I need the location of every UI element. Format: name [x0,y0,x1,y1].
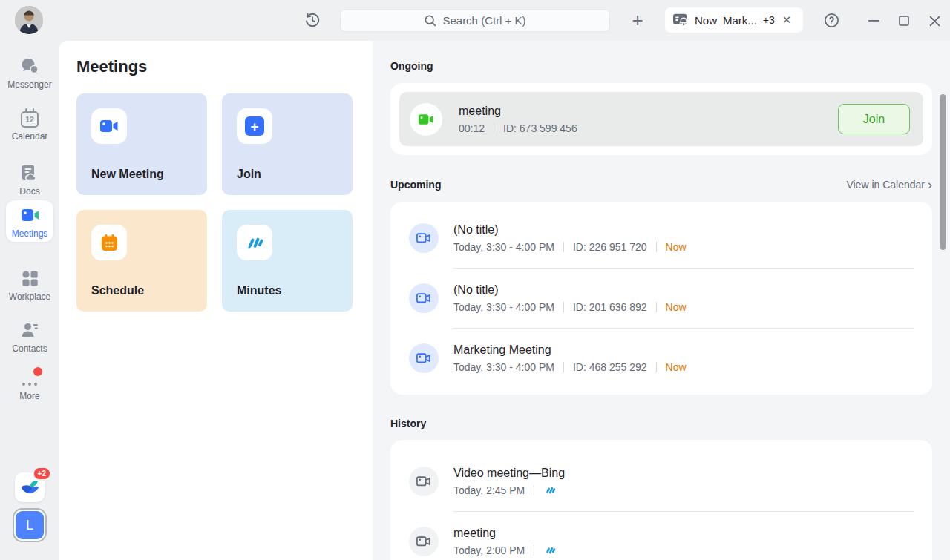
meeting-id: ID: 468 255 292 [573,361,647,373]
minutes-link-icon[interactable] [543,544,557,556]
ongoing-duration: 00:12 [459,122,485,134]
search-icon [424,14,436,27]
divider [563,362,564,372]
docs-icon [20,163,39,182]
join-button[interactable]: Join [838,104,910,134]
card-label: New Meeting [91,168,164,181]
new-meeting-icon [91,108,127,144]
divider [563,242,564,252]
ongoing-header: Ongoing [390,60,932,72]
divider [494,123,494,134]
ongoing-meeting-title: meeting [459,105,838,118]
upcoming-row[interactable]: (No title) Today, 3:30 - 4:00 PM ID: 201… [409,269,914,328]
upcoming-header: Upcoming [390,179,441,191]
minutes-link-icon[interactable] [543,484,557,496]
card-label: Schedule [91,284,144,297]
user-avatar[interactable] [15,6,43,34]
scrollbar-thumb[interactable] [940,94,946,250]
sidebar-item-docs[interactable]: Docs [6,158,53,197]
sidebar-item-workplace[interactable]: Workplace [6,263,53,302]
video-outline-icon [409,527,439,556]
window-minimize-button[interactable] [862,10,885,32]
schedule-card[interactable]: Schedule [76,210,207,312]
history-row[interactable]: Video meeting—Bing Today, 2:45 PM [409,452,914,511]
sidebar-label: Meetings [12,228,48,239]
search-input[interactable]: Search (Ctrl + K) [340,9,610,32]
content-area: Meetings New Meeting + Join [59,41,950,560]
sidebar-item-messenger[interactable]: Messenger [6,51,53,90]
divider [656,242,657,252]
minutes-card[interactable]: Minutes [222,210,353,312]
meeting-time: Today, 3:30 - 4:00 PM [453,361,554,373]
minutes-wave-icon [237,225,272,260]
tab-overflow-count: +3 [763,14,775,26]
meetings-panel: Meetings New Meeting + Join [59,41,373,560]
workplace-icon [20,269,39,288]
new-meeting-card[interactable]: New Meeting [76,93,207,195]
sidebar-label: Workplace [9,291,50,302]
meeting-time: Today, 3:30 - 4:00 PM [453,241,554,253]
upcoming-row[interactable]: (No title) Today, 3:30 - 4:00 PM ID: 226… [409,208,914,268]
history-row[interactable]: meeting Today, 2:00 PM [409,512,914,560]
meeting-id: ID: 201 636 892 [573,301,647,313]
notification-dot [33,367,42,376]
search-placeholder: Search (Ctrl + K) [442,14,525,27]
sidebar-item-contacts[interactable]: Contacts [6,315,53,354]
ongoing-meeting-id: ID: 673 599 456 [503,122,577,134]
lark-app-icon[interactable]: +2 [15,472,45,502]
meeting-title: (No title) [453,223,687,237]
upcoming-row[interactable]: Marketing Meeting Today, 3:30 - 4:00 PM … [409,329,914,388]
sidebar-label: Calendar [12,131,48,142]
sidebar-item-calendar[interactable]: 12 Calendar [6,105,53,142]
help-icon[interactable] [821,10,842,30]
more-dots-icon [20,372,39,387]
now-badge: Now [666,301,687,313]
account-avatar-button[interactable]: L [13,508,47,542]
sidebar-item-meetings[interactable]: Meetings [6,200,53,242]
divider [656,362,657,372]
meeting-title: (No title) [453,283,687,297]
now-badge: Now [666,361,687,373]
messenger-icon [20,56,39,76]
divider [534,545,534,556]
meeting-title: Marketing Meeting [453,343,687,357]
meeting-id: ID: 226 951 720 [573,241,647,253]
join-plus-icon: + [237,108,272,144]
sidebar-item-more[interactable]: More [6,367,53,401]
video-outline-icon [409,467,439,496]
video-outline-icon [409,283,439,313]
history-icon[interactable] [302,10,323,30]
title-bar: Search (Ctrl + K) + Now Mark... +3 ✕ [0,0,950,41]
divider [563,302,564,312]
ongoing-card: meeting 00:12 ID: 673 599 456 Join [390,83,932,155]
tab-close-icon[interactable]: ✕ [782,13,792,27]
now-badge: Now [666,241,687,253]
new-tab-button[interactable]: + [627,10,648,30]
ongoing-video-icon [410,103,442,136]
ongoing-meeting-row[interactable]: meeting 00:12 ID: 673 599 456 Join [399,92,923,146]
meeting-time: Today, 3:30 - 4:00 PM [453,301,554,313]
tab-label-now: Now [695,14,717,27]
sidebar-label: Messenger [7,79,51,90]
history-card: Video meeting—Bing Today, 2:45 PM [390,440,932,560]
window-close-button[interactable] [923,10,946,32]
join-card[interactable]: + Join [222,93,353,195]
sidebar-label: Contacts [12,343,47,354]
contacts-icon [20,320,39,340]
sidebar-label: Docs [19,186,39,197]
schedule-calendar-icon [91,225,127,260]
sidebar-label: More [19,391,39,401]
meetings-list-panel: Ongoing meeting 00:12 ID: 673 599 456 [373,41,950,560]
upcoming-card: (No title) Today, 3:30 - 4:00 PM ID: 226… [390,202,932,395]
window-maximize-button[interactable] [893,10,915,32]
avatar-letter: L [16,511,44,539]
app-sidebar: Messenger 12 Calendar Docs Meetings [0,41,59,560]
divider [534,485,534,495]
meetings-icon [20,205,39,225]
meeting-time: Today, 2:45 PM [453,484,525,496]
divider [656,302,657,312]
page-title: Meetings [76,57,147,76]
meeting-tab[interactable]: Now Mark... +3 ✕ [665,7,803,33]
view-in-calendar-link[interactable]: View in Calendar › [846,178,932,191]
app-badge: +2 [33,467,51,481]
